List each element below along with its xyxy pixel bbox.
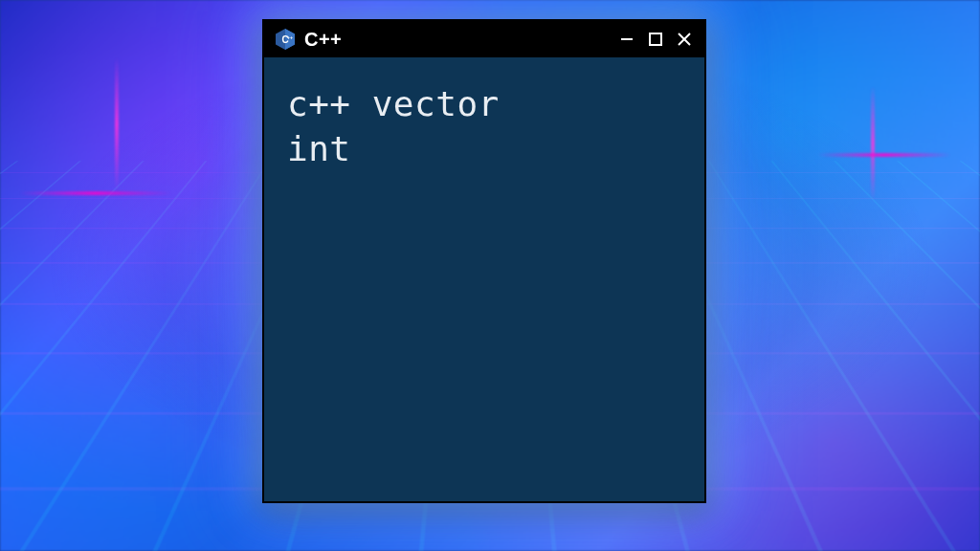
cpp-logo-icon: C ++ (274, 28, 297, 51)
minimize-button[interactable] (616, 29, 637, 50)
neon-line (115, 57, 119, 191)
svg-rect-5 (650, 33, 661, 45)
svg-text:++: ++ (287, 34, 293, 40)
neon-line (817, 153, 951, 157)
titlebar[interactable]: C ++ C++ (264, 21, 704, 57)
close-button[interactable] (674, 29, 695, 50)
window-title: C++ (304, 29, 609, 51)
editor-content[interactable]: c++ vector int (264, 57, 704, 197)
neon-line (19, 191, 172, 195)
neon-line (871, 86, 875, 201)
maximize-button[interactable] (645, 29, 666, 50)
app-window: C ++ C++ c++ vector int (262, 19, 706, 503)
window-controls (616, 29, 695, 50)
